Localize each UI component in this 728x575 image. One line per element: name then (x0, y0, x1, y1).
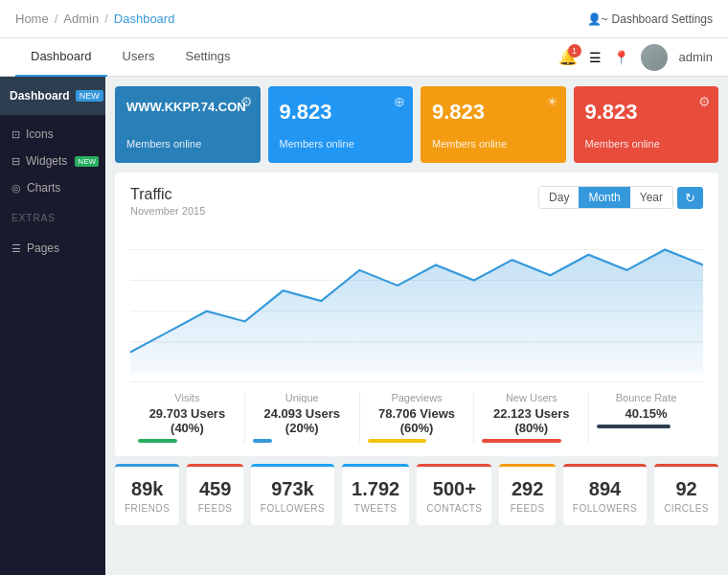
circles-value: 92 (664, 478, 709, 500)
sidebar-item-icons-label: Icons (26, 127, 54, 141)
sidebar: Dashboard NEW ⊡ Icons ⊟ Widgets NEW ◎ Ch… (0, 77, 105, 575)
breadcrumb-home[interactable]: Home (15, 12, 49, 26)
stat-card-blue-label: Members online (126, 138, 249, 150)
stat-card-red-label: Members online (585, 138, 708, 150)
visits-value: 29.703 Users (40%) (138, 406, 237, 435)
traffic-stat-unique: Unique 24.093 Users (20%) (245, 392, 360, 443)
feeds-label: FEEDS (196, 503, 233, 514)
chart-area (130, 224, 703, 378)
followers2-label: FOLLOWERS (573, 503, 637, 514)
social-card-friends: 89k FRIENDS (115, 464, 179, 525)
widget-icon: ⊟ (11, 155, 20, 168)
unique-label: Unique (253, 392, 352, 403)
main-content: ⚙ WWW.KKPP.74.CON Members online ⊕ 9.823… (105, 77, 728, 575)
newusers-value: 22.123 Users (80%) (482, 406, 580, 435)
stat-cards: ⚙ WWW.KKPP.74.CON Members online ⊕ 9.823… (105, 77, 728, 172)
traffic-title-group: Traffic November 2015 (130, 186, 205, 217)
dashboard-settings-label: Dashboard Settings (612, 12, 713, 26)
notification-badge: 1 (568, 44, 581, 58)
widgets-new-badge: NEW (75, 156, 99, 167)
chart-placeholder (130, 229, 703, 373)
stat-card-orange-icon: ☀ (546, 94, 558, 109)
top-bar: Home / Admin / Dashboard 👤~ Dashboard Se… (0, 0, 728, 38)
social-card-feeds2: 292 FEEDS (499, 464, 555, 525)
contacts-label: CONTACTS (426, 503, 482, 514)
feeds-value: 459 (196, 478, 233, 500)
social-card-feeds: 459 FEEDS (187, 464, 242, 525)
traffic-stat-newusers: New Users 22.123 Users (80%) (474, 392, 589, 443)
sidebar-item-pages-label: Pages (27, 242, 59, 255)
stat-card-cyan-value: 9.823 (280, 100, 402, 125)
top-bar-right: 👤~ Dashboard Settings (587, 12, 713, 26)
nav-bar: Dashboard Users Settings 🔔 1 ☰ 📍 admin (0, 38, 728, 77)
nav-item-dashboard[interactable]: Dashboard (15, 38, 107, 77)
settings-person-icon: 👤~ (587, 12, 608, 26)
nav-item-settings[interactable]: Settings (171, 38, 246, 77)
sidebar-item-charts[interactable]: ◎ Charts (0, 174, 105, 201)
time-btn-group: Day Month Year (538, 186, 673, 209)
stat-card-url: WWW.KKPP.74.CON (126, 100, 249, 114)
location-icon[interactable]: 📍 (613, 50, 629, 65)
stat-card-blue-icon: ⚙ (240, 94, 253, 109)
pageviews-bar (368, 439, 427, 443)
visits-bar (138, 439, 177, 443)
btn-month[interactable]: Month (579, 187, 629, 208)
nav-item-users[interactable]: Users (107, 38, 171, 77)
social-card-circles: 92 CIRCLES (654, 464, 718, 525)
contacts-value: 500+ (426, 478, 482, 500)
bounce-bar (597, 425, 671, 428)
sidebar-item-widgets[interactable]: ⊟ Widgets NEW (0, 148, 105, 174)
pageviews-value: 78.706 Views (60%) (368, 406, 466, 435)
nav-items: Dashboard Users Settings (15, 38, 558, 77)
traffic-stat-visits: Visits 29.703 Users (40%) (130, 392, 245, 443)
bounce-label: Bounce Rate (597, 392, 695, 403)
social-card-tweets: 1.792 TWEETS (342, 464, 409, 525)
stat-card-cyan-icon: ⊕ (394, 94, 405, 109)
newusers-bar (482, 439, 560, 443)
list-icon[interactable]: ☰ (589, 50, 602, 65)
grid-icon: ⊡ (11, 128, 20, 141)
breadcrumb-dashboard: Dashboard (114, 12, 175, 26)
followers-label: FOLLOWERS (261, 503, 325, 514)
traffic-title: Traffic (130, 186, 205, 203)
traffic-subtitle: November 2015 (130, 205, 205, 217)
sidebar-item-pages[interactable]: ☰ Pages (0, 235, 105, 262)
notification-bell[interactable]: 🔔 1 (558, 48, 578, 66)
traffic-stat-pageviews: Pageviews 78.706 Views (60%) (360, 392, 475, 443)
pages-icon: ☰ (11, 242, 21, 255)
traffic-stats: Visits 29.703 Users (40%) Unique 24.093 … (130, 381, 703, 443)
friends-value: 89k (125, 478, 170, 500)
stat-card-red-value: 9.823 (585, 100, 708, 125)
breadcrumb-admin[interactable]: Admin (63, 12, 99, 26)
visits-label: Visits (138, 392, 237, 403)
feeds2-value: 292 (509, 478, 545, 500)
unique-bar (253, 439, 273, 443)
sidebar-brand-badge: NEW (76, 90, 103, 102)
sidebar-main-section: ⊡ Icons ⊟ Widgets NEW ◎ Charts (0, 115, 105, 207)
dashboard-settings-link[interactable]: 👤~ Dashboard Settings (587, 12, 713, 26)
bounce-value: 40.15% (597, 406, 695, 421)
avatar[interactable] (641, 44, 668, 71)
admin-label: admin (679, 50, 713, 64)
sidebar-extras-label: EXTRAS (0, 207, 105, 229)
sidebar-item-icons[interactable]: ⊡ Icons (0, 121, 105, 148)
friends-label: FRIENDS (125, 503, 170, 514)
traffic-controls: Day Month Year ↻ (538, 186, 703, 209)
nav-bar-right: 🔔 1 ☰ 📍 admin (558, 44, 713, 71)
stat-card-orange-value: 9.823 (432, 100, 555, 125)
chart-refresh-button[interactable]: ↻ (677, 187, 703, 209)
sidebar-brand-name: Dashboard (10, 89, 70, 103)
btn-day[interactable]: Day (539, 187, 579, 208)
sidebar-item-charts-label: Charts (27, 181, 60, 195)
social-card-followers: 973k FOLLOWERS (251, 464, 334, 525)
btn-year[interactable]: Year (630, 187, 672, 208)
traffic-section: Traffic November 2015 Day Month Year ↻ (115, 172, 718, 456)
social-card-followers2: 894 FOLLOWERS (563, 464, 647, 525)
traffic-stat-bounce: Bounce Rate 40.15% (589, 392, 703, 443)
stat-card-red-icon: ⚙ (698, 94, 711, 109)
circles-label: CIRCLES (664, 503, 709, 514)
stat-card-red: ⚙ 9.823 Members online (574, 86, 719, 163)
unique-value: 24.093 Users (20%) (253, 406, 352, 435)
followers2-value: 894 (573, 478, 637, 500)
chart-icon: ◎ (11, 182, 21, 195)
